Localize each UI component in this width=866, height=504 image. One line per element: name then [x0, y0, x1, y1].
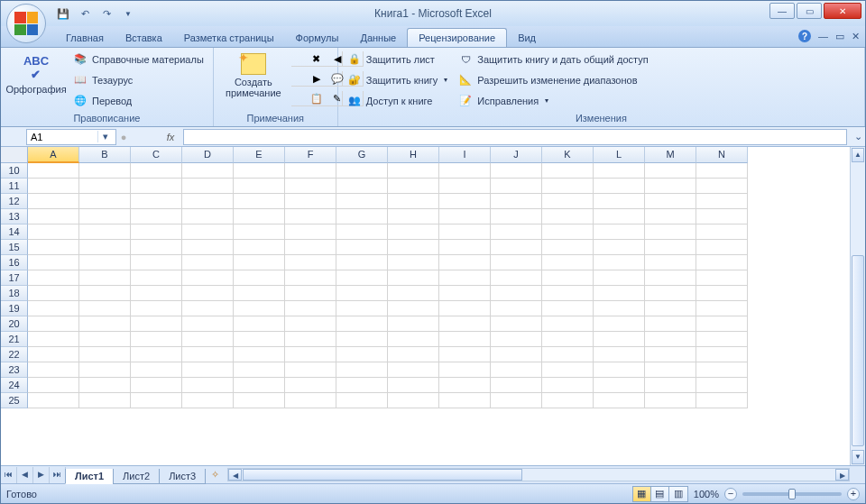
row-header[interactable]: 15: [1, 240, 28, 255]
cell[interactable]: [131, 332, 182, 347]
share-workbook-button[interactable]: 👥Доступ к книге: [344, 91, 452, 110]
cell[interactable]: [28, 240, 79, 255]
minimize-button[interactable]: —: [769, 3, 795, 19]
tab-view[interactable]: Вид: [507, 29, 547, 47]
cell[interactable]: [79, 301, 131, 316]
cell[interactable]: [182, 209, 234, 225]
select-all-corner[interactable]: [1, 147, 28, 163]
cell[interactable]: [491, 209, 542, 225]
cell[interactable]: [542, 332, 594, 347]
cell[interactable]: [388, 393, 439, 408]
column-header[interactable]: I: [439, 147, 491, 163]
cell[interactable]: [439, 225, 491, 240]
cell[interactable]: [28, 362, 79, 378]
cell[interactable]: [439, 362, 491, 378]
cell[interactable]: [388, 163, 439, 179]
sheet-tab[interactable]: Лист2: [113, 469, 160, 484]
cell[interactable]: [388, 179, 439, 194]
cell[interactable]: [696, 225, 748, 240]
cell[interactable]: [439, 347, 491, 362]
ribbon-minimize-icon[interactable]: —: [818, 31, 828, 41]
workbook-close-icon[interactable]: ✕: [852, 31, 860, 42]
cell[interactable]: [542, 347, 594, 362]
namebox-dropdown-icon[interactable]: ▾: [97, 131, 112, 142]
cell[interactable]: [285, 240, 336, 255]
cell[interactable]: [336, 378, 388, 393]
cell[interactable]: [439, 255, 491, 270]
cell[interactable]: [594, 362, 645, 378]
new-sheet-icon[interactable]: ✧: [206, 469, 224, 481]
cell[interactable]: [28, 378, 79, 393]
cell[interactable]: [388, 209, 439, 225]
cell[interactable]: [285, 362, 336, 378]
cell[interactable]: [439, 270, 491, 286]
cell[interactable]: [645, 179, 696, 194]
cell[interactable]: [28, 225, 79, 240]
column-header[interactable]: G: [336, 147, 388, 163]
cell[interactable]: [28, 393, 79, 408]
cell[interactable]: [234, 347, 285, 362]
row-header[interactable]: 21: [1, 332, 28, 347]
cell[interactable]: [439, 378, 491, 393]
cell[interactable]: [491, 240, 542, 255]
row-header[interactable]: 10: [1, 163, 28, 179]
cell[interactable]: [131, 316, 182, 332]
cell[interactable]: [645, 209, 696, 225]
cell[interactable]: [491, 316, 542, 332]
cell[interactable]: [645, 393, 696, 408]
cell[interactable]: [696, 347, 748, 362]
cell[interactable]: [645, 301, 696, 316]
name-box[interactable]: A1▾: [26, 129, 116, 145]
cell[interactable]: [542, 270, 594, 286]
prev-sheet-icon[interactable]: ◀: [17, 467, 33, 483]
column-header[interactable]: E: [234, 147, 285, 163]
cell[interactable]: [388, 332, 439, 347]
cell[interactable]: [336, 316, 388, 332]
cell[interactable]: [439, 163, 491, 179]
tab-formulas[interactable]: Формулы: [285, 29, 350, 47]
cell[interactable]: [285, 316, 336, 332]
tab-page-layout[interactable]: Разметка страницы: [173, 29, 285, 47]
cell[interactable]: [388, 194, 439, 209]
tab-data[interactable]: Данные: [349, 29, 407, 47]
cell[interactable]: [234, 194, 285, 209]
cell[interactable]: [491, 270, 542, 286]
qat-dropdown-icon[interactable]: ▼: [120, 5, 136, 22]
cell[interactable]: [645, 316, 696, 332]
normal-view-icon[interactable]: ▦: [633, 487, 651, 501]
cell[interactable]: [79, 255, 131, 270]
cell[interactable]: [594, 286, 645, 301]
cell[interactable]: [439, 179, 491, 194]
cell[interactable]: [696, 393, 748, 408]
cell[interactable]: [696, 194, 748, 209]
zoom-knob[interactable]: [788, 489, 796, 499]
cell[interactable]: [79, 179, 131, 194]
cell[interactable]: [131, 194, 182, 209]
cell[interactable]: [388, 255, 439, 270]
cell[interactable]: [388, 270, 439, 286]
cell[interactable]: [336, 194, 388, 209]
cell[interactable]: [696, 378, 748, 393]
first-sheet-icon[interactable]: ⏮: [1, 467, 17, 483]
cell[interactable]: [336, 163, 388, 179]
cell[interactable]: [131, 255, 182, 270]
zoom-slider[interactable]: [742, 492, 842, 496]
cell[interactable]: [131, 225, 182, 240]
cell[interactable]: [28, 347, 79, 362]
cell[interactable]: [645, 270, 696, 286]
sheet-tab[interactable]: Лист1: [65, 469, 114, 484]
allow-ranges-button[interactable]: 📐Разрешить изменение диапазонов: [455, 70, 651, 89]
cell[interactable]: [491, 286, 542, 301]
cell[interactable]: [79, 362, 131, 378]
cell[interactable]: [28, 301, 79, 316]
cell[interactable]: [336, 255, 388, 270]
cell[interactable]: [542, 179, 594, 194]
cell[interactable]: [594, 378, 645, 393]
cell[interactable]: [285, 255, 336, 270]
cell[interactable]: [594, 179, 645, 194]
cell[interactable]: [79, 240, 131, 255]
row-header[interactable]: 20: [1, 316, 28, 332]
cell[interactable]: [182, 316, 234, 332]
row-header[interactable]: 16: [1, 255, 28, 270]
cell[interactable]: [594, 240, 645, 255]
